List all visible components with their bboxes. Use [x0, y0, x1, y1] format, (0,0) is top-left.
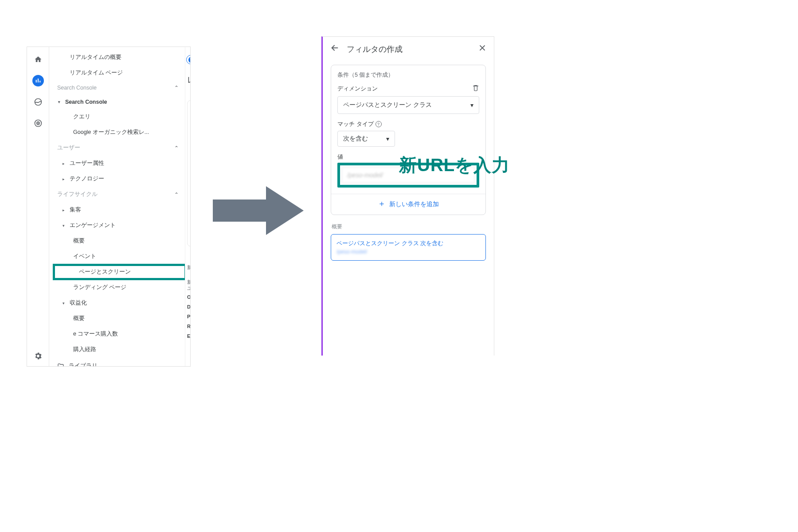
nav-monetization[interactable]: 収益化 — [49, 295, 190, 311]
nav-realtime-pages[interactable]: リアルタイム ページ — [49, 65, 190, 81]
overview-label: 概要 — [332, 223, 486, 231]
nav-mon-overview[interactable]: 概要 — [49, 311, 190, 326]
help-icon[interactable]: ? — [376, 121, 382, 127]
nav-google-organic[interactable]: Google オーガニック検索レ... — [49, 125, 190, 140]
nav-engagement-overview[interactable]: 概要 — [49, 233, 190, 249]
icon-rail — [27, 47, 49, 366]
chevron-up-icon: ⌃ — [174, 145, 179, 151]
table-fragment: 新規ユーサ 新規: ユー Organ Direct Paid S Referr … — [187, 264, 191, 343]
nav-technology[interactable]: テクノロジー — [49, 171, 190, 187]
library-label: ライブラリ — [69, 362, 98, 366]
table-row: Paid S — [187, 314, 191, 319]
nav-search-console[interactable]: Search Console — [49, 95, 190, 109]
conditions-count-label: 条件（5 個まで作成） — [337, 71, 479, 79]
table-row: Direct — [187, 304, 191, 309]
nav-library[interactable]: ライブラリ — [49, 358, 190, 366]
overview-value-blurred: /peso-model/ — [336, 248, 480, 256]
match-type-label: マッチ タイプ ? — [337, 120, 479, 128]
add-condition-button[interactable]: ＋ 新しい条件を追加 — [331, 194, 485, 211]
add-condition-label: 新しい条件を追加 — [389, 200, 439, 208]
nav-section-lifecycle[interactable]: ライフサイクル ⌃ — [49, 187, 190, 202]
chevron-up-icon: ⌃ — [174, 85, 179, 91]
condition-card: 条件（5 個まで作成） ディメンション ページパスとスクリーン クラス ▾ マッ… — [331, 65, 486, 215]
filter-create-panel: フィルタの作成 条件（5 個まで作成） ディメンション ページパスとスクリーン … — [321, 36, 494, 356]
nav-events[interactable]: イベント — [49, 249, 190, 264]
folder-icon — [57, 363, 64, 367]
nav-ecommerce[interactable]: e コマース購入数 — [49, 326, 190, 342]
panel-header: フィルタの作成 — [323, 37, 494, 61]
arrow-icon — [208, 180, 310, 242]
page-heading-partial: レポ — [187, 74, 191, 85]
chevron-down-icon: ▾ — [386, 135, 389, 142]
back-arrow-icon[interactable] — [330, 43, 340, 55]
nav-acquisition[interactable]: 集客 — [49, 202, 190, 218]
advertising-icon[interactable] — [32, 117, 44, 129]
overview-card[interactable]: ページパスとスクリーン クラス 次を含む /peso-model/ — [331, 234, 486, 261]
nav-section-user[interactable]: ユーザー ⌃ — [49, 140, 190, 156]
line-chart-fragment — [190, 118, 191, 189]
annotation-new-url: 新URLを入力 — [399, 153, 510, 177]
match-type-text: マッチ タイプ — [337, 120, 374, 128]
dimension-label: ディメンション — [337, 85, 378, 93]
home-icon[interactable] — [32, 54, 44, 65]
reports-icon[interactable] — [32, 75, 44, 86]
delete-icon[interactable] — [472, 84, 479, 93]
nav-pages-screens-label: ページとスクリーン — [79, 269, 131, 275]
section-label: ライフサイクル — [57, 191, 98, 198]
section-label: Search Console — [57, 85, 97, 91]
pill-badge: す — [188, 57, 191, 63]
main-content-sliver: す すべ レポ ‹ 新規ユーサ 新規: ユー Organ Direct Paid… — [185, 47, 191, 366]
dimension-row: ディメンション — [337, 84, 479, 93]
nav-landing-page[interactable]: ランディング ページ — [49, 280, 190, 295]
table-row: Organ — [187, 294, 191, 300]
table-header: 新規ユーサ — [187, 264, 191, 271]
filter-pill[interactable]: す すべ — [186, 55, 191, 64]
chevron-down-icon: ▾ — [470, 102, 473, 109]
match-type-select[interactable]: 次を含む ▾ — [337, 131, 395, 147]
nav-pages-screens-highlighted[interactable]: ページとスクリーン — [53, 264, 187, 280]
nav-realtime-overview[interactable]: リアルタイムの概要 — [49, 50, 190, 65]
ga-sidebar-screenshot: リアルタイムの概要 リアルタイム ページ Search Console ⌃ Se… — [27, 47, 191, 367]
svg-point-3 — [38, 123, 39, 124]
dimension-select[interactable]: ページパスとスクリーン クラス ▾ — [337, 96, 479, 114]
nav-engagement[interactable]: エンゲージメント — [49, 218, 190, 233]
dimension-value: ページパスとスクリーン クラス — [343, 101, 432, 109]
match-type-value: 次を含む — [343, 135, 368, 143]
admin-gear-icon[interactable] — [32, 350, 44, 362]
chevron-up-icon: ⌃ — [174, 192, 179, 198]
col-hdr-a: 新規: — [187, 279, 191, 285]
panel-title: フィルタの作成 — [347, 44, 403, 55]
nav-column: リアルタイムの概要 リアルタイム ページ Search Console ⌃ Se… — [49, 47, 190, 366]
section-label: ユーザー — [57, 144, 80, 152]
col-hdr-b: ユー — [187, 285, 191, 291]
nav-section-search-console[interactable]: Search Console ⌃ — [49, 81, 190, 95]
explore-icon[interactable] — [32, 96, 44, 108]
close-icon[interactable] — [478, 43, 487, 55]
nav-query[interactable]: クエリ — [49, 109, 190, 125]
nav-purchase-path[interactable]: 購入経路 — [49, 342, 190, 357]
table-row: Referr — [187, 324, 191, 329]
chart-card: ‹ — [187, 100, 191, 246]
plus-icon: ＋ — [378, 200, 386, 208]
nav-user-attributes[interactable]: ユーザー属性 — [49, 156, 190, 171]
table-row: Email — [187, 333, 191, 339]
overview-text: ページパスとスクリーン クラス 次を含む — [336, 239, 480, 248]
